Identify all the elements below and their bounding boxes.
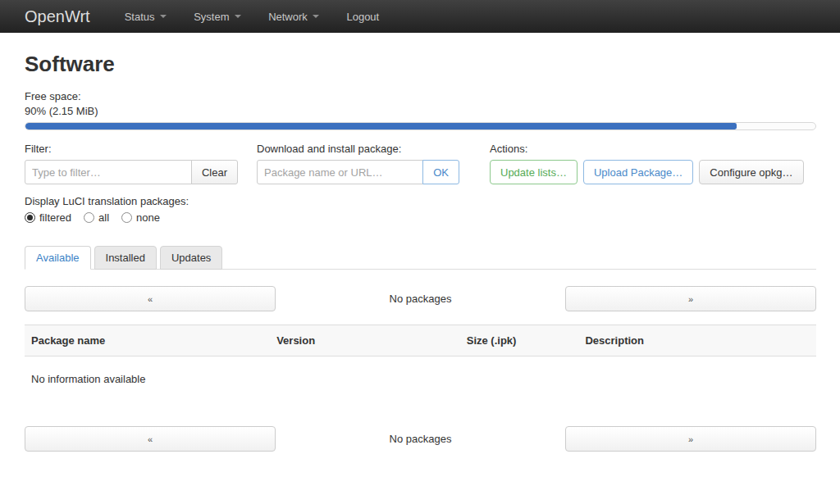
- free-space-progress-fill: [25, 123, 737, 129]
- prev-page-button[interactable]: «: [25, 286, 276, 311]
- radio-option-all[interactable]: all: [84, 211, 109, 224]
- pager-top: « No packages »: [25, 286, 816, 311]
- table-header-row: Package name Version Size (.ipk) Descrip…: [25, 325, 816, 356]
- brand-logo[interactable]: OpenWrt: [25, 7, 90, 26]
- radio-icon: [84, 212, 94, 223]
- page-title: Software: [25, 52, 816, 77]
- nav-item-status[interactable]: Status: [125, 11, 167, 23]
- nav-network-label: Network: [268, 11, 308, 23]
- configure-opkg-button[interactable]: Configure opkg…: [699, 160, 803, 184]
- packages-table: Package name Version Size (.ipk) Descrip…: [25, 325, 816, 395]
- filter-input[interactable]: [25, 160, 192, 184]
- tab-installed[interactable]: Installed: [94, 246, 157, 270]
- radio-icon: [25, 212, 35, 223]
- nav-logout-label: Logout: [346, 11, 379, 23]
- next-page-button[interactable]: »: [565, 286, 816, 311]
- radio-filtered-label: filtered: [39, 211, 71, 224]
- column-header-description: Description: [578, 325, 816, 356]
- main-content: Software Free space: 90% (2.15 MiB) Filt…: [0, 52, 840, 452]
- free-space-progressbar: [25, 122, 816, 130]
- main-nav: Status System Network Logout: [125, 11, 404, 23]
- filter-label: Filter:: [25, 143, 238, 155]
- chevron-down-icon: [160, 15, 167, 18]
- column-header-package-name: Package name: [25, 325, 270, 356]
- download-section: Download and install package: OK: [257, 143, 459, 184]
- filter-section: Filter: Clear: [25, 143, 238, 184]
- prev-page-button[interactable]: «: [25, 426, 276, 452]
- nav-status-label: Status: [125, 11, 155, 23]
- upload-package-button[interactable]: Upload Package…: [583, 160, 693, 184]
- radio-option-filtered[interactable]: filtered: [25, 211, 71, 224]
- table-empty-message: No information available: [25, 356, 816, 395]
- pager-bottom: « No packages »: [25, 426, 816, 452]
- chevron-down-icon: [313, 15, 319, 18]
- column-header-size: Size (.ipk): [460, 325, 579, 356]
- nav-item-network[interactable]: Network: [268, 11, 319, 23]
- free-space-value: 90% (2.15 MiB): [25, 104, 816, 119]
- pager-status: No packages: [276, 293, 565, 305]
- controls-row: Filter: Clear Download and install packa…: [25, 143, 816, 184]
- tab-available[interactable]: Available: [25, 246, 91, 270]
- translation-section: Display LuCI translation packages: filte…: [25, 195, 816, 224]
- free-space-section: Free space: 90% (2.15 MiB): [25, 89, 816, 130]
- radio-option-none[interactable]: none: [121, 211, 160, 224]
- pager-status: No packages: [276, 433, 565, 445]
- clear-button[interactable]: Clear: [191, 160, 238, 184]
- nav-item-system[interactable]: System: [194, 11, 240, 23]
- chevron-down-icon: [235, 15, 241, 18]
- actions-label: Actions:: [490, 143, 816, 155]
- tab-bar: Available Installed Updates: [25, 246, 816, 270]
- navbar: OpenWrt Status System Network Logout: [0, 0, 840, 33]
- translation-label: Display LuCI translation packages:: [25, 195, 816, 207]
- download-label: Download and install package:: [257, 143, 459, 155]
- nav-system-label: System: [194, 11, 229, 23]
- radio-none-label: none: [136, 211, 160, 224]
- radio-all-label: all: [98, 211, 109, 224]
- package-url-input[interactable]: [257, 160, 423, 184]
- ok-button[interactable]: OK: [422, 160, 459, 184]
- radio-icon: [121, 212, 132, 223]
- next-page-button[interactable]: »: [565, 426, 816, 452]
- tab-updates[interactable]: Updates: [160, 246, 222, 270]
- free-space-label: Free space:: [25, 89, 816, 104]
- update-lists-button[interactable]: Update lists…: [490, 160, 578, 184]
- nav-item-logout[interactable]: Logout: [346, 11, 379, 23]
- column-header-version: Version: [270, 325, 460, 356]
- actions-section: Actions: Update lists… Upload Package… C…: [490, 143, 816, 184]
